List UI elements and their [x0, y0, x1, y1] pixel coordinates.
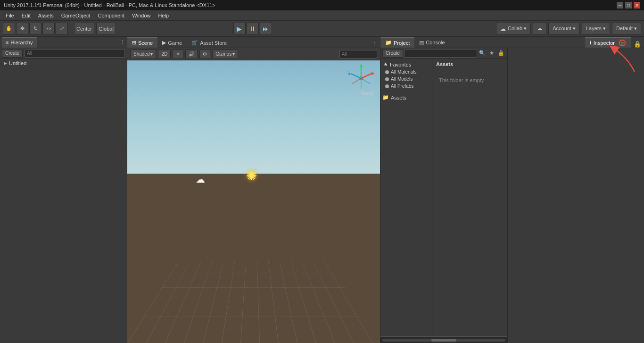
scene-toolbar: Shaded ▾ 2D ☀ 🔊 ⚙ Gizmos ▾ — [127, 48, 380, 60]
tab-inspector[interactable]: ℹ Inspector ≡ — [585, 37, 631, 48]
maximize-button[interactable]: □ — [625, 2, 632, 8]
move-tool[interactable]: ✥ — [16, 23, 28, 35]
scene-search[interactable] — [339, 50, 377, 59]
assets-folder-item: 📁 Assets — [380, 93, 432, 101]
hierarchy-tab-bar: ≡ Hierarchy ⋮ — [0, 37, 127, 48]
play-icon: ▶ — [237, 25, 242, 33]
scene-viewport[interactable]: ✺ ☁ Persp — [127, 60, 380, 343]
right-content: Create 🔍 ★ 🔒 ★ Favorites — [380, 48, 644, 343]
gizmos-dropdown-icon: ▾ — [232, 51, 235, 57]
menu-gameobject[interactable]: GameObject — [58, 12, 94, 19]
all-prefabs-icon — [385, 84, 389, 88]
star-icon-btn[interactable]: ★ — [487, 49, 496, 58]
svg-text:Z: Z — [347, 70, 348, 75]
scale-tool[interactable]: ⇔ — [42, 23, 55, 35]
right-top-tabs: 📁 Project ▤ Console ℹ Inspector ≡ 🔒 — [380, 37, 644, 48]
fav-all-materials[interactable]: All Materials — [380, 68, 432, 75]
collab-button[interactable]: ☁ Collab ▾ — [496, 23, 531, 35]
svg-line-5 — [351, 74, 361, 78]
scrollbar-track — [382, 339, 505, 342]
gizmos-toggle[interactable]: Gizmos ▾ — [212, 50, 238, 59]
lock-icon-btn[interactable]: 🔒 — [497, 49, 505, 58]
menu-assets[interactable]: Assets — [34, 12, 58, 19]
hierarchy-search[interactable] — [25, 49, 125, 58]
2d-toggle[interactable]: 2D — [158, 50, 171, 59]
tab-console[interactable]: ▤ Console — [414, 37, 449, 48]
search-icon-btn[interactable]: 🔍 — [478, 49, 487, 58]
tab-game[interactable]: ▶ Game — [157, 37, 187, 48]
lighting-toggle[interactable]: ☀ — [173, 50, 183, 59]
menu-component[interactable]: Component — [94, 12, 128, 19]
favorites-header: ★ Favorites — [380, 60, 432, 68]
fav-all-models[interactable]: All Models — [380, 75, 432, 83]
menu-file[interactable]: File — [2, 12, 18, 19]
collab-label: Collab ▾ — [508, 25, 527, 32]
scrollbar-thumb[interactable] — [431, 339, 456, 342]
all-models-label: All Models — [391, 76, 413, 82]
rect-tool[interactable]: ⤢ — [56, 23, 68, 35]
asset-store-tab-label: Asset Store — [200, 40, 227, 46]
right-panel-options[interactable]: 🔒 — [631, 41, 644, 48]
layers-button[interactable]: Layers ▾ — [582, 23, 610, 35]
hierarchy-options[interactable]: ⋮ — [120, 39, 125, 45]
menu-window[interactable]: Window — [128, 12, 154, 19]
audio-toggle[interactable]: 🔊 — [185, 50, 198, 59]
tab-scene[interactable]: ⊞ Scene — [127, 37, 157, 48]
center-label: Center — [76, 26, 92, 32]
tab-project[interactable]: 📁 Project — [380, 37, 414, 48]
svg-text:Y: Y — [360, 64, 363, 67]
game-tab-label: Game — [168, 40, 182, 46]
default-layout-button[interactable]: Default ▾ — [612, 23, 641, 35]
toolbar-right: ☁ Collab ▾ ☁ Account ▾ Layers ▾ Default … — [496, 23, 641, 35]
title-bar: Unity 2017.1.1f1 Personal (64bit) - Unti… — [0, 0, 644, 10]
cloud-icon: ☁ — [196, 174, 205, 185]
hierarchy-item-untitled[interactable]: ▶ Untitled — [0, 59, 127, 67]
all-models-icon — [385, 77, 389, 81]
effects-toggle[interactable]: ⚙ — [199, 50, 210, 59]
step-button[interactable]: ⏭ — [260, 23, 272, 35]
assets-empty-message: This folder is empty — [434, 68, 505, 92]
project-scrollbar[interactable] — [380, 336, 507, 343]
all-materials-icon — [385, 70, 389, 74]
project-tab-label: Project — [394, 40, 410, 46]
account-button[interactable]: Account ▾ — [548, 23, 580, 35]
hierarchy-tab-icon: ≡ — [6, 40, 8, 45]
console-tab-label: Console — [426, 40, 445, 45]
window-title: Unity 2017.1.1f1 Personal (64bit) - Unti… — [4, 2, 215, 8]
global-toggle[interactable]: Global — [96, 23, 116, 35]
project-create-label: Create — [386, 50, 400, 56]
hierarchy-tab[interactable]: ≡ Hierarchy — [2, 37, 37, 48]
tab-asset-store[interactable]: 🛒 Asset Store — [187, 37, 231, 48]
menu-edit[interactable]: Edit — [18, 12, 34, 19]
all-prefabs-label: All Prefabs — [391, 84, 413, 89]
menu-help[interactable]: Help — [154, 12, 173, 19]
window-controls: ─ □ ✕ — [617, 2, 640, 8]
project-toolbar: Create 🔍 ★ 🔒 — [380, 48, 507, 59]
rotate-tool[interactable]: ↻ — [29, 23, 41, 35]
close-button[interactable]: ✕ — [634, 2, 640, 8]
pause-button[interactable]: ⏸ — [247, 23, 259, 35]
minimize-button[interactable]: ─ — [617, 2, 623, 8]
menu-bar: File Edit Assets GameObject Component Wi… — [0, 10, 644, 21]
inspector-content — [508, 48, 644, 343]
fav-all-prefabs[interactable]: All Prefabs — [380, 83, 432, 90]
hand-tool[interactable]: ✋ — [3, 23, 15, 35]
hierarchy-create-btn[interactable]: Create — [2, 49, 23, 58]
hierarchy-list: ▶ Untitled — [0, 59, 127, 68]
hierarchy-panel: ≡ Hierarchy ⋮ Create ▶ Untitled — [0, 37, 127, 343]
center-area: ⊞ Scene ▶ Game 🛒 Asset Store ⋮ Shaded ▾ … — [127, 37, 380, 343]
scene-options[interactable]: ⋮ — [372, 42, 380, 48]
cloud-button[interactable]: ☁ — [533, 23, 546, 35]
all-materials-label: All Materials — [391, 69, 416, 75]
project-create-btn[interactable]: Create — [382, 49, 403, 58]
shading-mode-btn[interactable]: Shaded ▾ — [130, 50, 156, 59]
assets-pane: Assets This folder is empty — [432, 59, 507, 336]
gizmos-label: Gizmos — [215, 51, 231, 57]
play-button[interactable]: ▶ — [233, 23, 246, 35]
shading-mode-label: Shaded — [133, 51, 149, 57]
center-toggle[interactable]: Center — [74, 23, 94, 35]
hierarchy-toolbar: Create — [0, 48, 127, 59]
svg-line-1 — [361, 74, 372, 78]
project-search[interactable] — [404, 49, 477, 58]
assets-folder[interactable]: 📁 Assets — [380, 93, 432, 101]
